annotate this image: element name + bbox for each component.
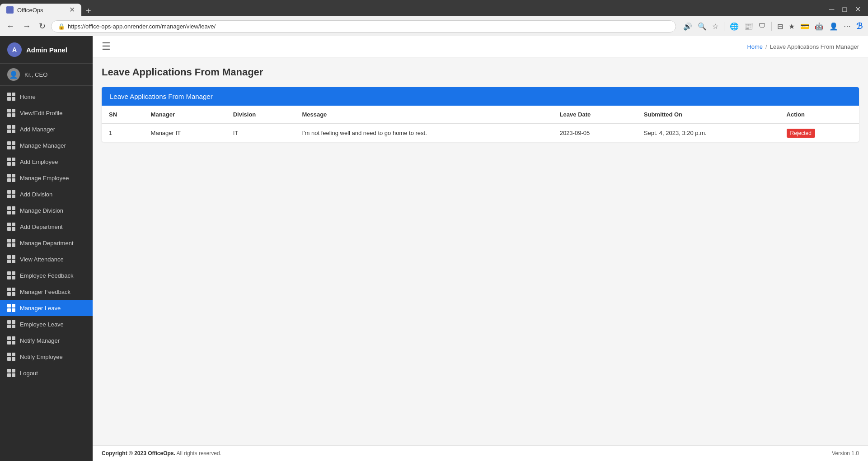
col-leave-date: Leave Date <box>553 106 637 124</box>
refresh-button[interactable]: ↻ <box>36 19 48 33</box>
sidebar-item-label: Manager Feedback <box>20 289 70 295</box>
cell-sn: 1 <box>102 124 144 142</box>
cell-manager: Manager IT <box>144 124 226 142</box>
close-button[interactable]: ✕ <box>852 3 863 15</box>
grid-icon <box>7 93 15 101</box>
sidebar-item-manage-department[interactable]: Manage Department <box>0 235 93 251</box>
table-body: 1 Manager IT IT I'm not feeling well and… <box>102 124 859 142</box>
toolbar-icons: 🔊 🔍 ☆ 🌐 📰 🛡 ⊟ ★ 💳 🤖 👤 ⋯ ℬ <box>681 19 864 33</box>
browser-tab-active[interactable]: OfficeOps ✕ <box>0 4 81 16</box>
table-row: 1 Manager IT IT I'm not feeling well and… <box>102 124 859 142</box>
sidebar-item-add-division[interactable]: Add Division <box>0 186 93 202</box>
grid-icon <box>7 206 15 214</box>
grid-icon <box>7 288 15 296</box>
profile-button[interactable]: 👤 <box>827 20 840 33</box>
sidebar-item-manager-feedback[interactable]: Manager Feedback <box>0 284 93 300</box>
table-head: SN Manager Division Message Leave Date S… <box>102 106 859 124</box>
grid-icon <box>7 320 15 328</box>
sidebar-item-label: View Attendance <box>20 256 64 263</box>
sidebar-item-manage-division[interactable]: Manage Division <box>0 202 93 219</box>
split-screen-button[interactable]: ⊟ <box>775 20 785 33</box>
leave-applications-card: Leave Applications From Manager SN Manag… <box>102 87 859 142</box>
grid-icon <box>7 223 15 231</box>
col-sn: SN <box>102 106 144 124</box>
sidebar-item-manage-employee[interactable]: Manage Employee <box>0 170 93 186</box>
sidebar-item-view-edit-profile[interactable]: View/Edit Profile <box>0 105 93 121</box>
grid-icon <box>7 239 15 247</box>
sidebar-item-label: Manage Manager <box>20 142 66 149</box>
cell-submitted-on: Sept. 4, 2023, 3:20 p.m. <box>637 124 779 142</box>
col-action: Action <box>779 106 859 124</box>
copilot-button[interactable]: 🤖 <box>813 20 826 33</box>
col-message: Message <box>295 106 552 124</box>
extensions-button[interactable]: 🌐 <box>728 20 741 33</box>
sidebar-item-notify-employee[interactable]: Notify Employee <box>0 349 93 365</box>
grid-icon <box>7 353 15 361</box>
grid-icon <box>7 271 15 279</box>
favorites-button[interactable]: ☆ <box>710 20 720 33</box>
sidebar-item-logout[interactable]: Logout <box>0 365 93 381</box>
tab-close-button[interactable]: ✕ <box>69 6 75 14</box>
url-text: https://office-ops-app.onrender.com/mana… <box>68 23 216 30</box>
sidebar-item-add-manager[interactable]: Add Manager <box>0 121 93 137</box>
lock-icon: 🔒 <box>58 23 65 30</box>
sidebar-item-label: Manage Employee <box>20 175 69 182</box>
cell-message: I'm not feeling well and need to go home… <box>295 124 552 142</box>
grid-icon <box>7 369 15 377</box>
sidebar-header: A Admin Panel <box>0 36 93 64</box>
forward-button[interactable]: → <box>20 20 33 33</box>
sidebar-item-view-attendance[interactable]: View Attendance <box>0 251 93 267</box>
sidebar-item-label: Home <box>20 93 36 100</box>
sidebar-item-label: View/Edit Profile <box>20 110 62 116</box>
immersive-reader-button[interactable]: 📰 <box>742 20 755 33</box>
grid-icon <box>7 336 15 345</box>
col-division: Division <box>226 106 295 124</box>
sidebar-item-label: Add Employee <box>20 158 58 165</box>
sidebar-item-manager-leave[interactable]: Manager Leave <box>0 300 93 316</box>
sidebar: A Admin Panel 👤 Kr., CEO Home View/Edit … <box>0 36 93 461</box>
footer-version: Version 1.0 <box>832 450 859 456</box>
cell-leave-date: 2023-09-05 <box>553 124 637 142</box>
sidebar-app-title: Admin Panel <box>26 46 67 54</box>
sidebar-item-add-department[interactable]: Add Department <box>0 219 93 235</box>
wallet-button[interactable]: 💳 <box>798 20 811 33</box>
browser-chrome: OfficeOps ✕ + ─ □ ✕ ← → ↻ 🔒 https://offi… <box>0 0 868 36</box>
cell-action: Rejected <box>779 124 859 142</box>
bookmarks-button[interactable]: ★ <box>787 20 797 33</box>
sidebar-item-employee-feedback[interactable]: Employee Feedback <box>0 267 93 284</box>
edge-button[interactable]: ℬ <box>854 19 864 33</box>
sidebar-item-label: Add Department <box>20 224 63 230</box>
table-wrapper: SN Manager Division Message Leave Date S… <box>102 106 859 142</box>
main-header: ☰ Home / Leave Applications From Manager <box>93 36 868 57</box>
sidebar-item-employee-leave[interactable]: Employee Leave <box>0 316 93 332</box>
sidebar-item-notify-manager[interactable]: Notify Manager <box>0 332 93 349</box>
back-button[interactable]: ← <box>4 20 17 33</box>
main-content: ☰ Home / Leave Applications From Manager… <box>93 36 868 461</box>
sidebar-item-label: Notify Manager <box>20 337 60 344</box>
hamburger-button[interactable]: ☰ <box>102 41 111 52</box>
grid-icon <box>7 109 15 117</box>
sidebar-username: Kr., CEO <box>24 71 47 78</box>
new-tab-button[interactable]: + <box>81 6 96 16</box>
grid-icon <box>7 158 15 166</box>
sidebar-logo: A <box>7 42 22 57</box>
sidebar-item-label: Manage Department <box>20 240 74 247</box>
breadcrumb-home-link[interactable]: Home <box>747 43 763 50</box>
sidebar-item-label: Notify Employee <box>20 354 63 360</box>
minimize-button[interactable]: ─ <box>826 4 837 15</box>
maximize-button[interactable]: □ <box>840 4 849 15</box>
sidebar-item-label: Add Division <box>20 191 52 198</box>
leave-applications-table: SN Manager Division Message Leave Date S… <box>102 106 859 142</box>
browser-shield-button[interactable]: 🛡 <box>757 20 768 32</box>
read-aloud-button[interactable]: 🔊 <box>681 20 694 33</box>
sidebar-item-home[interactable]: Home <box>0 88 93 105</box>
more-button[interactable]: ⋯ <box>842 20 853 33</box>
sidebar-item-add-employee[interactable]: Add Employee <box>0 154 93 170</box>
footer-copyright: Copyright © 2023 OfficeOps. All rights r… <box>102 450 221 456</box>
search-button[interactable]: 🔍 <box>696 20 708 33</box>
sidebar-item-manage-manager[interactable]: Manage Manager <box>0 137 93 154</box>
breadcrumb-current: Leave Applications From Manager <box>770 43 859 50</box>
address-bar[interactable]: 🔒 https://office-ops-app.onrender.com/ma… <box>51 20 676 33</box>
sidebar-item-label: Manager Leave <box>20 305 61 312</box>
sidebar-user: 👤 Kr., CEO <box>0 64 93 86</box>
